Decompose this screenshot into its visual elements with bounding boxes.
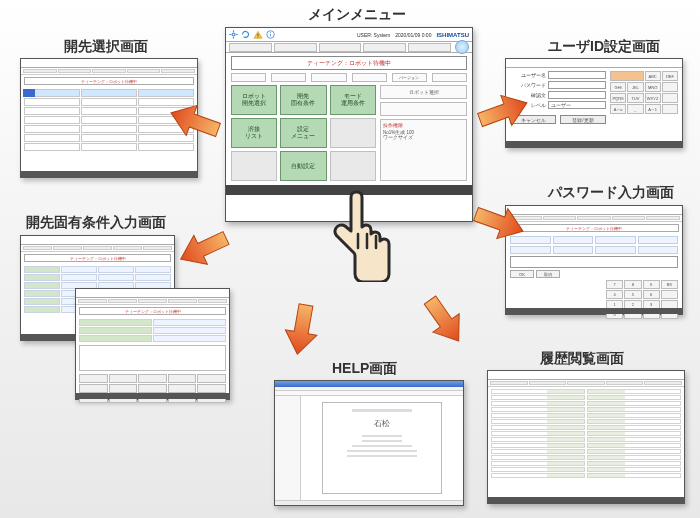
help-screen-thumb: 石松	[274, 380, 464, 506]
svg-rect-6	[258, 36, 259, 37]
password-screen-thumb: ティーチング：ロボット待機中 OK 取消 789BS 456 123 0	[505, 205, 683, 315]
key-case[interactable]: A↔a	[610, 104, 626, 114]
key-tuv[interactable]: TUV	[627, 93, 643, 103]
tab-3[interactable]	[319, 43, 362, 52]
btn-weld-list[interactable]: 溶接 リスト	[231, 118, 277, 148]
mini-1[interactable]	[231, 73, 266, 82]
warning-icon[interactable]	[253, 30, 263, 40]
tab-2[interactable]	[274, 43, 317, 52]
key[interactable]	[662, 104, 678, 114]
key-9[interactable]: 9	[643, 280, 660, 289]
mini-6[interactable]	[432, 73, 467, 82]
key-alphanum[interactable]: A↔1	[645, 104, 661, 114]
datetime-label: 2020/01/09 0:00	[395, 32, 431, 38]
cancel-button[interactable]: キャンセル	[510, 115, 556, 124]
arrow-to-condition	[174, 223, 233, 273]
condition-screen-thumb-2: ティーチング：ロボット待機中	[75, 288, 230, 400]
key-jkl[interactable]: JKL	[627, 82, 643, 92]
thumb-status: ティーチング：ロボット待機中	[79, 307, 226, 315]
tab-1[interactable]	[229, 43, 272, 52]
label-history-screen: 履歴閲覧画面	[540, 350, 624, 368]
label-main-menu: メインメニュー	[308, 6, 406, 24]
key-bksp[interactable]	[610, 71, 644, 81]
mini-button-row: バージョン	[226, 73, 472, 82]
tab-5[interactable]	[408, 43, 451, 52]
mini-2[interactable]	[271, 73, 306, 82]
btn-mode-op[interactable]: モード 運用条件	[330, 85, 376, 115]
field-label-username: ユーザー名	[510, 72, 546, 78]
field-label-confirm: 確認文	[510, 92, 546, 98]
key-8[interactable]: 8	[624, 280, 641, 289]
main-menu-tabs	[226, 42, 472, 53]
key[interactable]	[662, 93, 678, 103]
side-permission-box: 操作権限 No1%生成 100 ワークサイズ	[380, 119, 467, 181]
level-field[interactable]: ユーザー	[548, 101, 606, 109]
label-select-screen: 開先選択画面	[64, 38, 148, 56]
ok-button[interactable]: OK	[510, 270, 534, 278]
arrow-to-history	[417, 291, 472, 350]
thumb-status: ティーチング：ロボット待機中	[509, 224, 679, 232]
side-robot-select[interactable]: ロボット選択	[380, 85, 467, 99]
cond-drawing-area	[79, 345, 226, 371]
mini-4[interactable]	[352, 73, 387, 82]
key-mno[interactable]: MNO	[645, 82, 661, 92]
help-page-area: 石松	[301, 396, 463, 500]
status-bar: ティーチング：ロボット待機中	[231, 56, 467, 70]
main-menu-titlebar: USER: System 2020/01/09 0:00 ISHIMATSU	[226, 28, 472, 42]
key-4[interactable]: 4	[606, 290, 623, 299]
key[interactable]	[662, 82, 678, 92]
svg-point-0	[232, 33, 235, 36]
key-pqrs[interactable]: PQRS	[610, 93, 626, 103]
svg-rect-9	[270, 32, 271, 33]
main-menu-grid: ロボット 開先選択 開先 固有条件 モード 運用条件 溶接 リスト 設定 メニュ…	[231, 85, 376, 181]
btn-settings-menu[interactable]: 設定 メニュー	[280, 118, 326, 148]
history-right-col	[587, 389, 681, 478]
label-condition-screen: 開先固有条件入力画面	[26, 214, 166, 232]
tab-4[interactable]	[363, 43, 406, 52]
label-user-id-screen: ユーザID設定画面	[548, 38, 660, 56]
btn-empty-1[interactable]	[330, 118, 376, 148]
mini-version[interactable]: バージョン	[392, 73, 427, 82]
info-icon[interactable]	[266, 30, 275, 39]
cancel-button[interactable]: 取消	[536, 270, 560, 278]
password-field[interactable]	[548, 81, 606, 89]
key-7[interactable]: 7	[606, 280, 623, 289]
key-5[interactable]: 5	[624, 290, 641, 299]
thumb-status: ティーチング：ロボット待機中	[24, 254, 171, 262]
gear-icon[interactable]	[229, 30, 238, 39]
user-label: USER: System	[357, 32, 390, 38]
key-underscore[interactable]: _	[627, 104, 643, 114]
key-6[interactable]: 6	[643, 290, 660, 299]
confirm-field[interactable]	[548, 91, 606, 99]
svg-rect-8	[270, 34, 271, 37]
label-password-screen: パスワード入力画面	[548, 184, 674, 202]
history-left-col	[491, 389, 585, 478]
side-slot-2[interactable]	[380, 102, 467, 116]
btn-robot-select[interactable]: ロボット 開先選択	[231, 85, 277, 115]
btn-auto-set[interactable]: 自動設定	[280, 151, 326, 181]
key-def[interactable]: DEF	[662, 71, 678, 81]
btn-empty-3[interactable]	[330, 151, 376, 181]
btn-empty-2[interactable]	[231, 151, 277, 181]
thumb-header	[21, 59, 197, 68]
btn-groove-cond[interactable]: 開先 固有条件	[280, 85, 326, 115]
help-doc-title: 石松	[374, 418, 390, 429]
key-bs[interactable]: BS	[661, 280, 678, 289]
key[interactable]	[661, 290, 678, 299]
username-field[interactable]	[548, 71, 606, 79]
user-keyboard[interactable]: ABCDEF GHIJKLMNO PQRSTUVWXYZ A↔a_A↔1	[610, 71, 678, 124]
refresh-icon[interactable]	[241, 30, 250, 39]
label-help-screen: HELP画面	[332, 360, 397, 378]
help-sidebar	[275, 396, 301, 500]
brand-logo: ISHIMATSU	[436, 32, 469, 38]
key-ghi[interactable]: GHI	[610, 82, 626, 92]
key-wxyz[interactable]: WXYZ	[645, 93, 661, 103]
history-screen-thumb	[487, 370, 685, 504]
key-abc[interactable]: ABC	[645, 71, 661, 81]
main-menu-window: USER: System 2020/01/09 0:00 ISHIMATSU テ…	[225, 27, 473, 222]
side-line: ワークサイズ	[383, 135, 464, 140]
thumb-status: ティーチング：ロボット待機中	[24, 77, 194, 85]
password-input[interactable]	[510, 256, 678, 268]
mini-3[interactable]	[311, 73, 346, 82]
register-button[interactable]: 登録/更新	[560, 115, 606, 124]
